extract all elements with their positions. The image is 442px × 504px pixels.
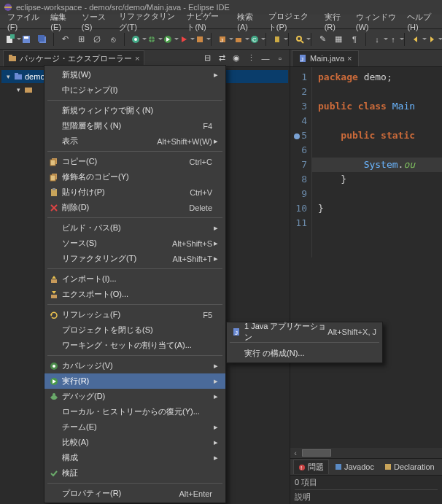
coverage-button[interactable] [128, 32, 143, 47]
problems-column[interactable]: 説明 [295, 489, 438, 503]
save-button[interactable] [19, 32, 34, 47]
pin-button[interactable]: ⎋ [106, 32, 120, 47]
blank-icon [47, 253, 61, 265]
package-icon [8, 54, 17, 63]
blank-icon [47, 437, 61, 449]
tab-javadoc[interactable]: Javadoc [330, 461, 379, 473]
scroll-left-icon[interactable]: ‹ [290, 449, 301, 457]
menu-ヘルプh[interactable]: ヘルプ(H) [403, 10, 439, 33]
show-ws-button[interactable]: ¶ [347, 32, 362, 47]
line-gutter[interactable]: 1234567891011 [290, 67, 312, 257]
menu-ファイルf[interactable]: ファイル(F) [3, 10, 44, 33]
menu-編集e[interactable]: 編集(E) [46, 10, 76, 33]
menu-item[interactable]: ワーキング・セットの割り当て(A)... [44, 338, 225, 353]
collapse-all-icon[interactable]: ⊟ [201, 52, 214, 65]
run-last-button[interactable] [177, 32, 191, 47]
submenu-item[interactable]: J1 Java アプリケーションAlt+Shift+X, J [227, 324, 382, 340]
menu-item[interactable]: 検証 [44, 465, 225, 481]
menu-item[interactable]: 削除(D)Delete [44, 200, 225, 215]
toggle-block-button[interactable]: ▦ [331, 32, 346, 47]
menu-item[interactable]: エクスポート(O)... [44, 287, 225, 302]
expand-icon[interactable]: ▾ [4, 73, 12, 80]
submenu-item[interactable]: 実行 の構成(N)... [227, 345, 382, 361]
new-button[interactable] [3, 32, 18, 47]
menu-item[interactable]: プロパティー(R)Alt+Enter [44, 486, 225, 501]
focus-icon[interactable]: ◉ [230, 52, 243, 65]
back-button[interactable] [408, 32, 423, 47]
link-editor-icon[interactable]: ⇄ [215, 52, 228, 65]
scroll-thumb[interactable] [302, 449, 331, 457]
menu-ソースs[interactable]: ソース(S) [77, 10, 113, 33]
menu-shortcut: Alt+Enter [179, 489, 212, 498]
new-class-button[interactable]: C [247, 32, 262, 47]
menu-item[interactable]: 構成▸ [44, 450, 225, 465]
menu-item[interactable]: チーム(E)▸ [44, 419, 225, 435]
menu-ナビゲートn[interactable]: ナビゲート(N) [182, 9, 231, 34]
open-task-button[interactable] [270, 32, 284, 47]
menu-ウィンドウw[interactable]: ウィンドウ(W) [352, 10, 402, 33]
menu-item[interactable]: インポート(I)... [44, 271, 225, 287]
menu-item[interactable]: 型階層を開く(N)F4 [44, 118, 225, 133]
next-annotation-button[interactable]: ↓ [370, 32, 384, 47]
minimize-icon[interactable]: — [259, 52, 272, 65]
menu-label: 1 Java アプリケーション [243, 321, 327, 343]
close-icon[interactable]: × [347, 54, 352, 63]
menu-separator [47, 100, 222, 101]
submenu-arrow-icon: ▸ [212, 136, 220, 146]
search-button[interactable] [292, 32, 307, 47]
open-type-button[interactable]: ⊞ [74, 32, 88, 47]
menu-リファクタリングt[interactable]: リファクタリング(T) [115, 9, 182, 34]
menu-separator [47, 217, 222, 218]
menu-item[interactable]: ビルド・パス(B)▸ [44, 220, 225, 236]
menu-item[interactable]: プロジェクトを閉じる(S) [44, 322, 225, 338]
close-icon[interactable]: × [135, 54, 139, 63]
svg-rect-38 [336, 464, 341, 470]
code-content[interactable]: package demo; public class Main public s… [312, 67, 442, 257]
menu-item[interactable]: 比較(A)▸ [44, 435, 225, 450]
menu-item[interactable]: リファクタリング(T)Alt+Shift+T▸ [44, 251, 225, 266]
menu-item[interactable]: 修飾名のコピー(Y) [44, 169, 225, 185]
tab-problems[interactable]: ! 問題 [293, 460, 329, 474]
undo-icon[interactable]: ↶ [58, 32, 72, 47]
forward-button[interactable] [424, 32, 439, 47]
menu-item[interactable]: カバレッジ(V)▸ [44, 358, 225, 373]
menu-item[interactable]: ローカル・ヒストリーからの復元(Y)... [44, 404, 225, 419]
view-menu-icon[interactable]: ⋮ [244, 52, 257, 65]
run-button[interactable] [160, 32, 175, 47]
toggle-mark-button[interactable]: ✎ [315, 32, 330, 47]
menu-label: プロパティー(R) [61, 488, 179, 499]
menu-item[interactable]: 中にジャンプ(I) [44, 82, 225, 98]
package-explorer-tab[interactable]: パッケージ・エクスプローラー × [3, 50, 144, 66]
svg-point-58 [53, 393, 55, 396]
debug-button[interactable] [144, 32, 159, 47]
menu-item[interactable]: 新規ウィンドウで開く(N) [44, 103, 225, 118]
svg-rect-39 [385, 464, 391, 470]
maximize-icon[interactable]: ▫ [274, 52, 287, 65]
menu-プロジェクトp[interactable]: プロジェクト(P) [264, 9, 319, 34]
external-tools-button[interactable] [193, 32, 207, 47]
menu-item[interactable]: 新規(W)▸ [44, 67, 225, 82]
code-editor[interactable]: 1234567891011 package demo; public class… [290, 67, 442, 257]
expand-icon[interactable]: ▾ [15, 86, 22, 93]
menu-item[interactable]: コピー(C)Ctrl+C [44, 154, 225, 169]
save-all-button[interactable] [35, 32, 50, 47]
editor-tab-main[interactable]: J Main.java × [292, 50, 359, 66]
copy-icon [47, 171, 61, 183]
context-submenu-run[interactable]: J1 Java アプリケーションAlt+Shift+X, J実行 の構成(N).… [226, 322, 383, 363]
menu-item[interactable]: リフレッシュ(F)F5 [44, 307, 225, 322]
context-menu[interactable]: 新規(W)▸中にジャンプ(I)新規ウィンドウで開く(N)型階層を開く(N)F4表… [44, 65, 226, 503]
menu-item[interactable]: デバッグ(D)▸ [44, 389, 225, 404]
menu-item[interactable]: 表示Alt+Shift+W(W)▸ [44, 133, 225, 149]
menu-検索a[interactable]: 検索(A) [233, 10, 263, 33]
menu-item[interactable]: 実行(R)▸ [44, 373, 225, 389]
skip-breakpoints-button[interactable] [90, 32, 104, 47]
tab-declaration[interactable]: Declaration [380, 461, 439, 473]
horizontal-scrollbar[interactable]: ‹ [290, 448, 442, 458]
submenu-arrow-icon: ▸ [212, 239, 220, 248]
menu-item[interactable]: ソース(S)Alt+Shift+S▸ [44, 236, 225, 251]
new-java-button[interactable]: J [215, 32, 230, 47]
menu-実行r[interactable]: 実行(R) [320, 10, 350, 33]
prev-annotation-button[interactable]: ↑ [386, 32, 400, 47]
new-package-button[interactable] [231, 32, 246, 47]
menu-item[interactable]: 貼り付け(P)Ctrl+V [44, 185, 225, 200]
